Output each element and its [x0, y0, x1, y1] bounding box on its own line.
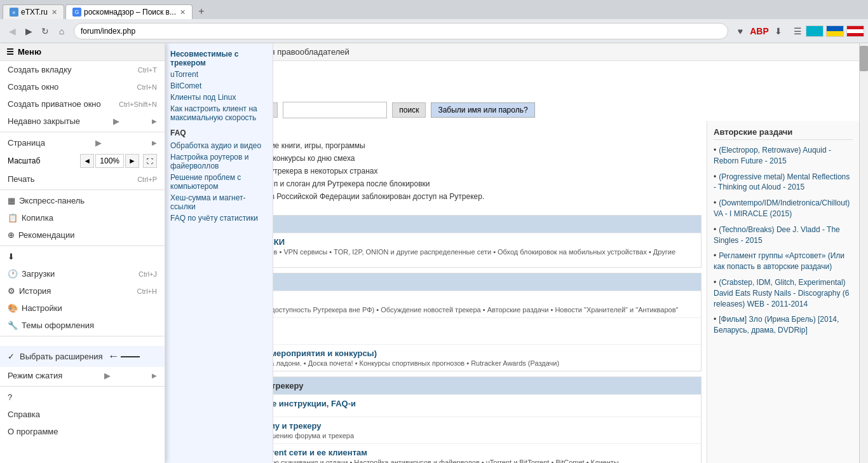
zoom-fullscreen[interactable]: ⛶ — [143, 154, 157, 168]
menu-other-tools[interactable]: Режим сжатия ▶ — [0, 367, 165, 384]
menu-sep-4 — [0, 336, 165, 336]
menu-page[interactable]: Страница ▶ — [0, 134, 165, 151]
side-item-4[interactable]: Регламент группы «Артсовет» (Или как поп… — [714, 251, 853, 272]
sidebar-link-linux[interactable]: Клиенты под Linux — [170, 92, 268, 103]
zoom-value: 100% — [95, 154, 124, 168]
tab-title-etxt: eTXT.ru — [21, 8, 48, 17]
home-button[interactable]: ⌂ — [53, 23, 70, 39]
menu-themes[interactable]: 🎨 Настройки — [0, 300, 165, 317]
menu-compression-label: Выбрать расширения — [20, 352, 103, 361]
menu-new-tab[interactable]: Создать вкладку Ctrl+T — [0, 61, 165, 78]
flag-kz[interactable] — [806, 25, 824, 37]
tab-etxt[interactable]: e eTXT.ru ✕ — [3, 4, 64, 19]
tab-close-roskomnadzor[interactable]: ✕ — [180, 8, 186, 17]
menu-recently-closed-label: Недавно закрытые — [8, 116, 80, 126]
settings-icon: ⚙ — [8, 286, 15, 296]
menu-sep-3 — [0, 245, 165, 246]
side-item-1[interactable]: (Progressive metal) Mental Reflections -… — [714, 172, 853, 193]
search-button[interactable]: поиск — [392, 102, 426, 118]
add-tab-button[interactable]: + — [194, 4, 209, 19]
page-left-sidebar: Несовместимые с трекером uTorrent BitCom… — [165, 43, 273, 463]
auth-input[interactable] — [283, 102, 387, 118]
tab-close-etxt[interactable]: ✕ — [51, 8, 57, 17]
help-icon: ? — [8, 392, 12, 402]
sidebar-link-maxspeed[interactable]: Как настроить клиент на максимальную ско… — [170, 103, 268, 123]
sidebar-link-utorrent[interactable]: uTorrent — [170, 69, 268, 80]
annotation-line — [121, 356, 140, 357]
sidebar-faq-routers[interactable]: Настройка роутеров и файерволлов — [170, 151, 268, 172]
menu-clipboard-label: Копилка — [22, 213, 53, 223]
nav-bar: ◀ ▶ ↻ ⌂ ♥ ABP ⬇ ☰ — [0, 19, 868, 43]
menu-new-window-label: Создать окно — [8, 82, 58, 92]
menu-new-private[interactable]: Создать приватное окно Ctrl+Shift+N — [0, 95, 165, 113]
menu-extensions[interactable]: 🔧 Темы оформления — [0, 317, 165, 334]
recently-closed-arrow: ▶ — [113, 116, 119, 126]
menu-recommendations-label: Рекомендации — [18, 230, 75, 240]
sidebar-faq-header: FAQ — [170, 128, 268, 137]
menu-clipboard[interactable]: 📋 Копилка — [0, 209, 165, 226]
side-item-2[interactable]: (Downtempo/IDM/Indietronica/Chillout) VA… — [714, 198, 853, 219]
menu-exit[interactable]: О программе — [0, 423, 165, 440]
menu-history-label: Загрузки — [22, 269, 55, 279]
menu-about[interactable]: Справка — [0, 406, 165, 423]
sidebar-link-bitcomet[interactable]: BitComet — [170, 80, 268, 92]
menu-sep-2 — [0, 190, 165, 190]
sidebar-faq-hash[interactable]: Хеш-сумма и магнет-ссылки — [170, 192, 268, 212]
zoom-decrease[interactable]: ◄ — [80, 154, 94, 168]
tab-title-roskomnadzor: роскомнадзор – Поиск в... — [84, 8, 176, 17]
sidebar-faq-audio[interactable]: Обработка аудио и видео — [170, 140, 268, 151]
back-button[interactable]: ◀ — [4, 23, 20, 39]
opera-menu-button[interactable]: ABP — [751, 23, 768, 39]
menu-new-window[interactable]: Создать окно Ctrl+N — [0, 78, 165, 95]
menu-recommendations[interactable]: ⊕ Рекомендации — [0, 226, 165, 244]
menu-history[interactable]: 🕐 Загрузки Ctrl+J — [0, 265, 165, 282]
address-bar[interactable] — [74, 23, 728, 39]
menu-choose-ext[interactable] — [0, 338, 165, 346]
menu-page-label: Страница — [8, 138, 45, 148]
sidebar-faq-stats[interactable]: FAQ по учёту статистики — [170, 212, 268, 224]
sidebar-faq-section: FAQ Обработка аудио и видео Настройка ро… — [170, 128, 268, 224]
flag-by[interactable] — [846, 25, 864, 37]
menu-print[interactable]: Печать Ctrl+P — [0, 170, 165, 188]
clipboard-icon: 📋 — [8, 213, 18, 223]
language-flags — [806, 25, 864, 37]
menu-header: ☰ Меню — [0, 43, 165, 61]
forgot-password-button[interactable]: Забыли имя или пароль? — [431, 102, 534, 118]
refresh-button[interactable]: ↻ — [37, 23, 53, 39]
menu-help[interactable]: ? — [0, 389, 165, 406]
download-button[interactable]: ⬇ — [770, 23, 787, 39]
menu-settings[interactable]: ⚙ История Ctrl+H — [0, 282, 165, 300]
forward-button[interactable]: ▶ — [20, 23, 37, 39]
menu-express-panel[interactable]: ▦ Экспресс-панель — [0, 192, 165, 209]
side-item-3[interactable]: (Techno/Breaks) Dee J. Vladd - The Singl… — [714, 225, 853, 246]
bookmark-button[interactable]: ♥ — [732, 23, 749, 39]
menu-downloads[interactable]: ⬇ — [0, 248, 165, 265]
menu-zoom-row: Масштаб ◄ 100% ► ⛶ — [0, 151, 165, 170]
menu-compression[interactable]: Выбрать расширения ← — [0, 346, 165, 367]
side-col: Авторские раздачи (Electropop, Retrowave… — [707, 121, 859, 463]
menu-express-panel-label: Экспресс-панель — [19, 196, 85, 205]
scrollbar-thumb[interactable] — [860, 46, 868, 71]
tab-roskomnadzor[interactable]: G роскомнадзор – Поиск в... ✕ — [65, 4, 193, 19]
flag-ua[interactable] — [826, 25, 844, 37]
menu-new-window-shortcut: Ctrl+N — [137, 83, 157, 91]
menu-settings-label: История — [19, 286, 51, 296]
themes-icon: 🎨 — [8, 303, 18, 313]
menu-recently-closed[interactable]: Недавно закрытые ▶ — [0, 113, 165, 130]
page-scrollbar[interactable] — [859, 43, 868, 463]
side-item-0[interactable]: (Electropop, Retrowave) Auquid - Reborn … — [714, 145, 853, 167]
settings-button[interactable]: ☰ — [789, 23, 806, 39]
menu-icon: ☰ — [6, 47, 14, 57]
side-item-5[interactable]: (Crabstep, IDM, Glitch, Experimental) Da… — [714, 277, 853, 309]
downloads-icon: ⬇ — [8, 252, 15, 261]
sidebar-faq-problems[interactable]: Решение проблем с компьютером — [170, 172, 268, 192]
browser-frame: e eTXT.ru ✕ G роскомнадзор – Поиск в... … — [0, 0, 868, 463]
zoom-label: Масштаб — [8, 156, 40, 165]
recommendations-icon: ⊕ — [8, 230, 15, 240]
sidebar-link-incompatible[interactable]: Несовместимые с трекером — [170, 48, 268, 69]
menu-new-private-shortcut: Ctrl+Shift+N — [119, 100, 157, 108]
menu-print-label: Печать — [8, 174, 35, 184]
nav-right-icons: ♥ ABP ⬇ ☰ — [732, 23, 806, 39]
side-item-6[interactable]: [Фильм] Зло (Ирина Брель) [2014, Беларус… — [714, 314, 853, 336]
zoom-increase[interactable]: ► — [125, 154, 139, 168]
